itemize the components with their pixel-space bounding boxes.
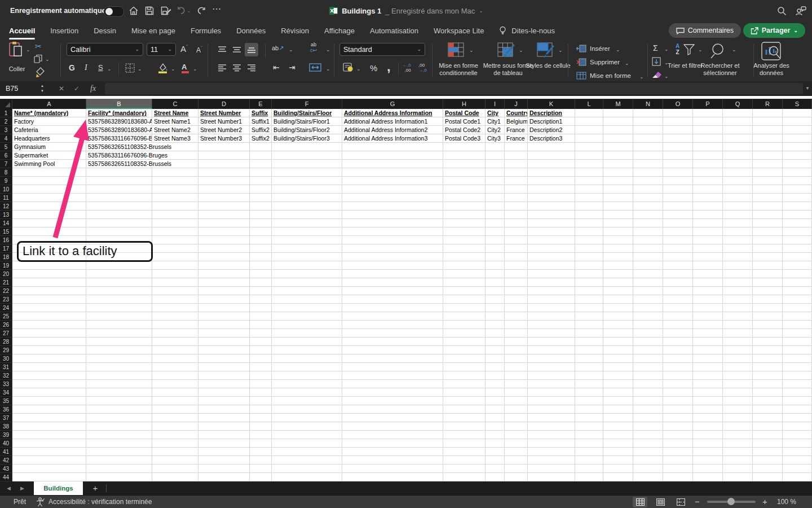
- row-header-36[interactable]: 36: [0, 405, 12, 414]
- font-size-select[interactable]: 11 ⌄: [147, 43, 176, 56]
- format-caret-icon[interactable]: ⌄: [639, 74, 644, 80]
- cell-D2[interactable]: Street Number1: [198, 117, 249, 126]
- presence-people-icon[interactable]: [795, 6, 806, 16]
- row-header-8[interactable]: 8: [0, 168, 12, 177]
- row-header-6[interactable]: 6: [0, 151, 12, 160]
- prev-sheet-icon[interactable]: ◀: [7, 481, 11, 495]
- find-select-label[interactable]: Rechercher et sélectionner: [689, 62, 751, 77]
- row-header-42[interactable]: 42: [0, 456, 12, 465]
- number-format-select[interactable]: Standard ⌄: [339, 43, 425, 56]
- cell-A1[interactable]: Name* (mandatory): [12, 109, 86, 117]
- cell-D3[interactable]: Street Number2: [198, 126, 249, 134]
- fill-color-icon[interactable]: [157, 62, 168, 73]
- cell-G2[interactable]: Additional Address Information1: [342, 117, 443, 126]
- bold-button[interactable]: G: [69, 63, 75, 72]
- row-header-14[interactable]: 14: [0, 219, 12, 227]
- increase-indent-button[interactable]: ⇥: [289, 63, 295, 72]
- row-header-28[interactable]: 28: [0, 338, 12, 346]
- row-header-33[interactable]: 33: [0, 380, 12, 388]
- conditional-formatting-label[interactable]: Mise en forme conditionnelle: [430, 62, 487, 77]
- cell-B6[interactable]: 535758633116676096-Bruges: [86, 151, 170, 159]
- autosum-caret-icon[interactable]: ⌄: [664, 46, 669, 52]
- sort-filter-caret-icon[interactable]: ⌄: [698, 47, 703, 52]
- tab-mise-en-page[interactable]: Mise en page: [131, 27, 175, 35]
- row-header-27[interactable]: 27: [0, 329, 12, 338]
- cell-K2[interactable]: Description1: [528, 117, 575, 126]
- cell-styles-caret-icon[interactable]: ⌄: [558, 47, 563, 53]
- annotation-text-box[interactable]: Link it to a facility: [17, 241, 153, 262]
- shrink-font-button[interactable]: Aˇ: [196, 45, 202, 54]
- fill-color-caret-icon[interactable]: ⌄: [171, 66, 175, 72]
- column-header-H[interactable]: H: [443, 99, 486, 109]
- column-header-L[interactable]: L: [575, 99, 603, 109]
- save-icon[interactable]: [144, 6, 155, 16]
- comments-button[interactable]: Commentaires: [669, 23, 741, 38]
- cell-C3[interactable]: Street Name2: [152, 126, 198, 134]
- document-save-status[interactable]: _ Enregistré dans mon Mac: [385, 7, 475, 15]
- next-sheet-icon[interactable]: ▶: [20, 481, 24, 495]
- row-header-24[interactable]: 24: [0, 304, 12, 312]
- cell-I1[interactable]: City: [486, 109, 504, 117]
- conditional-formatting-icon[interactable]: [448, 42, 465, 58]
- align-left-button[interactable]: [215, 61, 229, 75]
- paste-icon[interactable]: [8, 41, 24, 57]
- row-header-21[interactable]: 21: [0, 278, 12, 287]
- cell-G4[interactable]: Additional Address Information3: [342, 134, 443, 143]
- row-header-38[interactable]: 38: [0, 422, 12, 431]
- decrease-decimal-button[interactable]: ,00→,0: [418, 63, 427, 73]
- cell-J4[interactable]: France: [505, 134, 527, 143]
- formula-bar-expand-icon[interactable]: ▼: [805, 81, 810, 96]
- cell-C1[interactable]: Street Name: [152, 109, 198, 117]
- font-color-caret-icon[interactable]: ⌄: [193, 66, 197, 72]
- tab-dites-le-nous[interactable]: Dites-le-nous: [511, 27, 555, 35]
- cell-B1[interactable]: Facility* (mandatory): [86, 109, 152, 117]
- clear-eraser-icon[interactable]: [652, 71, 662, 78]
- sheet-cells[interactable]: Name* (mandatory)Facility* (mandatory)St…: [12, 109, 812, 481]
- tab-automatisation[interactable]: Automatisation: [370, 27, 418, 35]
- format-as-table-icon[interactable]: [497, 42, 515, 58]
- select-all-corner[interactable]: [0, 99, 12, 109]
- tab-workspace-lite[interactable]: Workspace Lite: [434, 27, 484, 35]
- share-button[interactable]: Partager ⌄: [743, 23, 805, 38]
- save-as-icon[interactable]: [160, 6, 171, 16]
- align-bottom-button[interactable]: [245, 43, 258, 56]
- align-center-button[interactable]: [230, 61, 244, 75]
- row-header-4[interactable]: 4: [0, 134, 12, 143]
- format-table-caret-icon[interactable]: ⌄: [519, 47, 523, 53]
- delete-label[interactable]: Supprimer: [590, 59, 620, 65]
- cell-A2[interactable]: Factory: [12, 117, 86, 126]
- conditional-caret-icon[interactable]: ⌄: [469, 47, 474, 53]
- row-header-2[interactable]: 2: [0, 117, 12, 126]
- font-name-select[interactable]: Calibri ⌄: [67, 43, 143, 56]
- cell-B4[interactable]: 535758633116676096-B: [86, 134, 152, 143]
- cell-styles-icon[interactable]: [537, 42, 555, 58]
- row-header-41[interactable]: 41: [0, 448, 12, 456]
- cell-A7[interactable]: Swimming Pool: [12, 160, 86, 168]
- paste-label[interactable]: Coller: [1, 65, 33, 73]
- align-right-button[interactable]: [245, 61, 258, 75]
- row-header-34[interactable]: 34: [0, 388, 12, 397]
- cell-F2[interactable]: Building/Stairs/Floor1: [272, 117, 342, 126]
- cell-C2[interactable]: Street Name1: [152, 117, 198, 126]
- row-header-30[interactable]: 30: [0, 354, 12, 363]
- font-color-icon[interactable]: A: [182, 63, 189, 73]
- cell-B7[interactable]: 535758632651108352-Brussels: [86, 160, 174, 168]
- cell-C4[interactable]: Street Name3: [152, 134, 198, 143]
- cell-H3[interactable]: Postal Code2: [443, 126, 485, 134]
- formula-input[interactable]: [105, 83, 803, 94]
- find-select-caret-icon[interactable]: ⌄: [732, 47, 736, 52]
- cell-F1[interactable]: Building/Stairs/Floor: [272, 109, 342, 117]
- borders-caret-icon[interactable]: ⌄: [138, 66, 142, 72]
- insert-caret-icon[interactable]: ⌄: [616, 47, 620, 52]
- tab-formules[interactable]: Formules: [191, 27, 221, 35]
- clear-caret-icon[interactable]: ⌄: [664, 73, 669, 79]
- row-header-40[interactable]: 40: [0, 439, 12, 448]
- cell-B2[interactable]: 535758632890183680-A: [86, 117, 152, 126]
- add-sheet-button[interactable]: +: [89, 481, 102, 495]
- column-header-P[interactable]: P: [693, 99, 723, 109]
- format-painter-icon[interactable]: [35, 67, 45, 78]
- column-header-F[interactable]: F: [272, 99, 342, 109]
- normal-view-button[interactable]: [633, 497, 647, 507]
- orientation-caret-icon[interactable]: ⌄: [289, 47, 293, 52]
- cell-E2[interactable]: Suffix1: [250, 117, 271, 126]
